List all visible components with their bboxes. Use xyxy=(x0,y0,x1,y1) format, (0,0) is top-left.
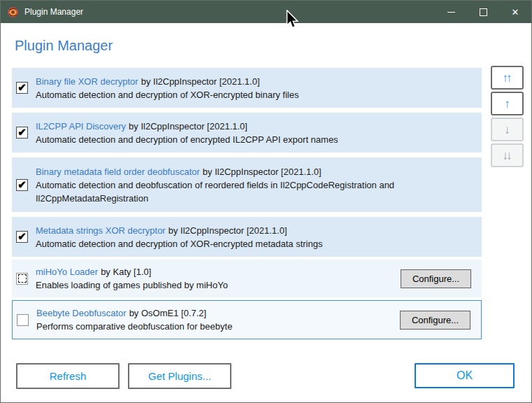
window-title: Plugin Manager xyxy=(24,7,83,17)
plugin-info: Metadata strings XOR decryptorby Il2CppI… xyxy=(36,224,427,250)
arrow-icon: ↑ xyxy=(504,98,508,110)
plugin-byline: by Il2CppInspector [2021.1.0] xyxy=(168,225,287,236)
maximize-icon xyxy=(480,8,487,16)
close-button[interactable]: ✕ xyxy=(499,1,531,23)
plugin-byline: by Il2CppInspector [2021.1.0] xyxy=(129,121,247,132)
check-icon: ✔ xyxy=(17,179,27,190)
plugin-name-link[interactable]: Beebyte Deobfuscator xyxy=(36,308,127,318)
plugin-info: miHoYo Loaderby Katy [1.0] Enables loadi… xyxy=(36,265,401,292)
move-to-top-button[interactable]: ↑↑ xyxy=(491,66,524,90)
plugin-checkbox[interactable]: ✔ xyxy=(16,231,28,243)
plugin-description: Automatic detection and deobfuscation of… xyxy=(36,178,427,205)
plugin-checkbox[interactable]: ✔ xyxy=(16,127,28,139)
plugin-info: Beebyte Deobfuscatorby OsOmE1 [0.7.2] Pe… xyxy=(36,306,400,333)
plugin-name-link[interactable]: Metadata strings XOR decryptor xyxy=(36,225,166,236)
plugin-info: Binary metadata field order deobfuscator… xyxy=(36,165,427,205)
plugin-description: Automatic detection and decryption of XO… xyxy=(36,237,427,250)
plugin-manager-window: Plugin Manager ✕ Plugin Manager ✔ Binary… xyxy=(0,0,532,403)
plugin-row[interactable]: ✔ Metadata strings XOR decryptorby Il2Cp… xyxy=(12,217,482,257)
plugin-name-link[interactable]: miHoYo Loader xyxy=(36,267,98,277)
check-icon: ✔ xyxy=(17,127,27,137)
reorder-panel: ↑↑↑↓↓↓ xyxy=(491,66,524,169)
plugin-byline: by OsOmE1 [0.7.2] xyxy=(129,308,207,318)
configure-button[interactable]: Configure... xyxy=(400,311,470,330)
refresh-button[interactable]: Refresh xyxy=(16,363,120,389)
plugin-byline: by Il2CppInspector [2021.1.0] xyxy=(203,167,322,177)
plugin-row[interactable]: ✔ Binary metadata field order deobfuscat… xyxy=(12,157,482,212)
plugin-row[interactable]: miHoYo Loaderby Katy [1.0] Enables loadi… xyxy=(12,260,482,297)
check-icon: ✔ xyxy=(17,82,27,92)
plugin-byline: by Katy [1.0] xyxy=(101,267,151,277)
plugin-description: Automatic detection and decryption of en… xyxy=(36,133,427,146)
plugin-name-link[interactable]: Binary metadata field order deobfuscator xyxy=(36,167,200,177)
plugin-checkbox[interactable]: ✔ xyxy=(16,82,28,94)
plugin-byline: by Il2CppInspector [2021.1.0] xyxy=(141,76,260,87)
page-title: Plugin Manager xyxy=(15,38,113,54)
move-to-bottom-button[interactable]: ↓↓ xyxy=(491,143,524,167)
plugin-description: Enables loading of games published by mi… xyxy=(36,278,401,292)
plugin-checkbox[interactable]: ✔ xyxy=(16,179,28,191)
plugin-list: ✔ Binary file XOR decryptorby Il2CppInsp… xyxy=(12,68,482,339)
plugin-row[interactable]: ✔ IL2CPP API Discoveryby Il2CppInspector… xyxy=(12,113,482,153)
close-icon: ✕ xyxy=(512,8,519,17)
maximize-button[interactable] xyxy=(467,1,499,23)
app-rose-icon xyxy=(7,6,19,18)
plugin-description: Automatic detection and decryption of XO… xyxy=(36,88,427,101)
get-plugins-button[interactable]: Get Plugins... xyxy=(128,363,231,389)
move-down-button[interactable]: ↓ xyxy=(491,118,524,141)
configure-button[interactable]: Configure... xyxy=(401,269,471,288)
minimize-button[interactable] xyxy=(435,1,467,23)
arrow-icon: ↓↓ xyxy=(503,150,510,162)
arrow-icon: ↑↑ xyxy=(503,72,510,84)
plugin-checkbox[interactable] xyxy=(17,314,29,326)
plugin-info: IL2CPP API Discoveryby Il2CppInspector [… xyxy=(36,120,427,146)
check-icon: ✔ xyxy=(17,231,27,241)
move-up-button[interactable]: ↑ xyxy=(491,92,524,115)
plugin-info: Binary file XOR decryptorby Il2CppInspec… xyxy=(36,75,427,101)
plugin-description: Performs comparative deobfuscation for b… xyxy=(36,320,400,333)
ok-button[interactable]: OK xyxy=(415,363,515,388)
plugin-checkbox[interactable] xyxy=(16,273,28,285)
window-controls: ✕ xyxy=(435,1,531,23)
indeterminate-icon xyxy=(18,274,27,283)
plugin-row[interactable]: ✔ Binary file XOR decryptorby Il2CppInsp… xyxy=(12,68,482,108)
arrow-icon: ↓ xyxy=(504,124,508,136)
plugin-name-link[interactable]: IL2CPP API Discovery xyxy=(36,121,126,132)
minimize-icon xyxy=(447,12,455,13)
titlebar: Plugin Manager ✕ xyxy=(1,1,531,23)
plugin-row[interactable]: Beebyte Deobfuscatorby OsOmE1 [0.7.2] Pe… xyxy=(12,300,482,339)
plugin-name-link[interactable]: Binary file XOR decryptor xyxy=(36,76,138,87)
